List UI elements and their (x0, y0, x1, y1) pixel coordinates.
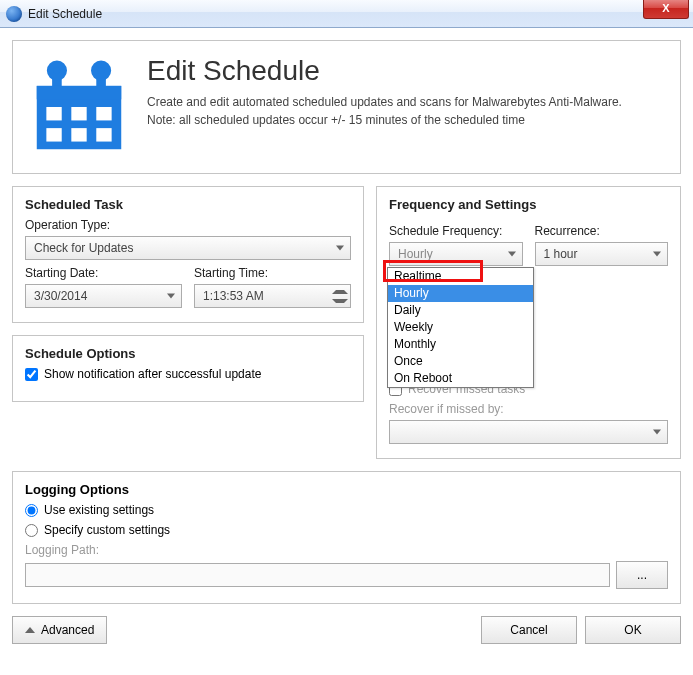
logging-custom-radio[interactable] (25, 524, 38, 537)
notify-checkbox-row[interactable]: Show notification after successful updat… (25, 367, 351, 381)
title-bar: Edit Schedule X (0, 0, 693, 28)
starting-date-select[interactable]: 3/30/2014 (25, 284, 182, 308)
calendar-icon (31, 59, 127, 155)
close-icon: X (662, 2, 669, 14)
schedule-frequency-label: Schedule Frequency: (389, 224, 523, 238)
chevron-down-icon (653, 252, 661, 257)
page-description: Create and edit automated scheduled upda… (147, 95, 622, 109)
logging-path-label: Logging Path: (25, 543, 668, 557)
frequency-option[interactable]: Monthly (388, 336, 533, 353)
frequency-settings-panel: Frequency and Settings Schedule Frequenc… (376, 186, 681, 459)
logging-options-panel: Logging Options Use existing settings Sp… (12, 471, 681, 604)
operation-type-select[interactable]: Check for Updates (25, 236, 351, 260)
svg-rect-4 (46, 128, 61, 141)
chevron-down-icon (508, 252, 516, 257)
svg-rect-11 (37, 86, 121, 99)
svg-rect-5 (71, 128, 86, 141)
starting-time-spinner[interactable]: 1:13:53 AM (194, 284, 351, 308)
scheduled-task-legend: Scheduled Task (25, 197, 351, 212)
chevron-down-icon (653, 430, 661, 435)
page-title: Edit Schedule (147, 55, 622, 87)
svg-rect-6 (96, 128, 111, 141)
logging-path-input[interactable] (25, 563, 610, 587)
schedule-frequency-select[interactable]: Hourly (389, 242, 523, 266)
operation-type-label: Operation Type: (25, 218, 351, 232)
frequency-option[interactable]: On Reboot (388, 370, 533, 387)
logging-custom-label: Specify custom settings (44, 523, 170, 537)
page-note: Note: all scheduled updates occur +/- 15… (147, 113, 622, 127)
cancel-button[interactable]: Cancel (481, 616, 577, 644)
cancel-label: Cancel (510, 623, 547, 637)
notify-label: Show notification after successful updat… (44, 367, 261, 381)
scheduled-task-panel: Scheduled Task Operation Type: Check for… (12, 186, 364, 323)
frequency-option[interactable]: Once (388, 353, 533, 370)
svg-rect-3 (96, 107, 111, 120)
frequency-option[interactable]: Daily (388, 302, 533, 319)
recurrence-select[interactable]: 1 hour (535, 242, 669, 266)
svg-rect-2 (71, 107, 86, 120)
schedule-options-legend: Schedule Options (25, 346, 351, 361)
logging-existing-row[interactable]: Use existing settings (25, 503, 668, 517)
spinner-up-icon[interactable] (332, 287, 348, 296)
frequency-option[interactable]: Weekly (388, 319, 533, 336)
recover-if-label: Recover if missed by: (389, 402, 668, 416)
close-button[interactable]: X (643, 0, 689, 19)
notify-checkbox[interactable] (25, 368, 38, 381)
ok-button[interactable]: OK (585, 616, 681, 644)
starting-time-value: 1:13:53 AM (203, 289, 264, 303)
starting-date-label: Starting Date: (25, 266, 182, 280)
app-icon (6, 6, 22, 22)
window-title: Edit Schedule (28, 7, 102, 21)
recurrence-label: Recurrence: (535, 224, 669, 238)
starting-time-label: Starting Time: (194, 266, 351, 280)
logging-existing-label: Use existing settings (44, 503, 154, 517)
frequency-option[interactable]: Realtime (388, 268, 533, 285)
recurrence-value: 1 hour (544, 247, 578, 261)
schedule-options-panel: Schedule Options Show notification after… (12, 335, 364, 402)
schedule-frequency-dropdown[interactable]: RealtimeHourlyDailyWeeklyMonthlyOnceOn R… (387, 267, 534, 388)
chevron-down-icon (167, 294, 175, 299)
recover-if-select[interactable] (389, 420, 668, 444)
advanced-label: Advanced (41, 623, 94, 637)
browse-button[interactable]: ... (616, 561, 668, 589)
schedule-frequency-value: Hourly (398, 247, 433, 261)
frequency-option[interactable]: Hourly (388, 285, 533, 302)
logging-existing-radio[interactable] (25, 504, 38, 517)
starting-date-value: 3/30/2014 (34, 289, 87, 303)
logging-custom-row[interactable]: Specify custom settings (25, 523, 668, 537)
frequency-settings-legend: Frequency and Settings (389, 197, 668, 212)
spinner-down-icon[interactable] (332, 296, 348, 305)
triangle-up-icon (25, 627, 35, 633)
operation-type-value: Check for Updates (34, 241, 133, 255)
chevron-down-icon (336, 246, 344, 251)
logging-options-legend: Logging Options (25, 482, 668, 497)
ok-label: OK (624, 623, 641, 637)
header-panel: Edit Schedule Create and edit automated … (12, 40, 681, 174)
advanced-button[interactable]: Advanced (12, 616, 107, 644)
svg-rect-1 (46, 107, 61, 120)
footer: Advanced Cancel OK (12, 616, 681, 644)
browse-label: ... (637, 568, 647, 582)
